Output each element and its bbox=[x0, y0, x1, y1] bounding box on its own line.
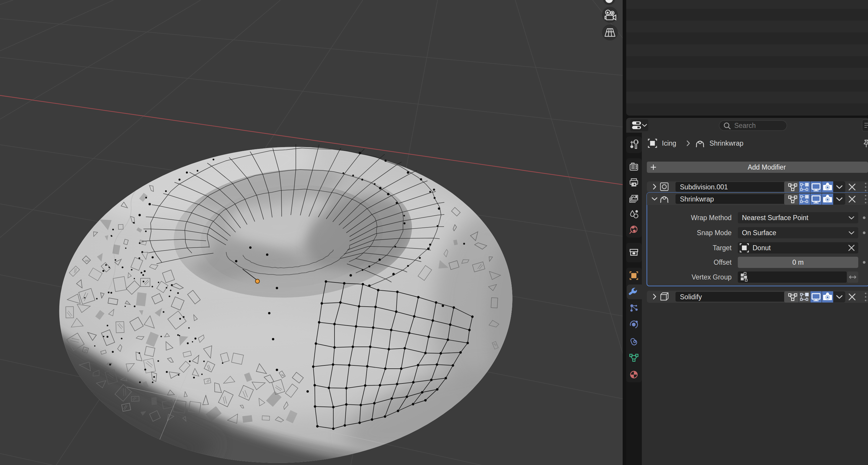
svg-text:On Surface: On Surface bbox=[742, 229, 776, 237]
svg-text:Nearest Surface Point: Nearest Surface Point bbox=[742, 214, 809, 222]
svg-text:Search: Search bbox=[734, 122, 756, 129]
svg-text:Offset: Offset bbox=[714, 259, 732, 266]
svg-text:0 m: 0 m bbox=[793, 259, 804, 266]
svg-text:Target: Target bbox=[713, 244, 732, 252]
svg-text:Add Modifier: Add Modifier bbox=[748, 163, 786, 171]
svg-text:Icing: Icing bbox=[662, 140, 676, 147]
svg-text:Shrinkwrap: Shrinkwrap bbox=[709, 140, 743, 147]
svg-text:Subdivision.001: Subdivision.001 bbox=[680, 183, 728, 191]
svg-text:Snap Mode: Snap Mode bbox=[697, 229, 732, 237]
svg-text:Donut: Donut bbox=[752, 244, 771, 252]
svg-text:Wrap Method: Wrap Method bbox=[691, 214, 732, 222]
svg-text:Solidify: Solidify bbox=[680, 293, 702, 301]
svg-text:Vertex Group: Vertex Group bbox=[691, 273, 732, 281]
svg-text:Shrinkwrap: Shrinkwrap bbox=[680, 195, 714, 203]
